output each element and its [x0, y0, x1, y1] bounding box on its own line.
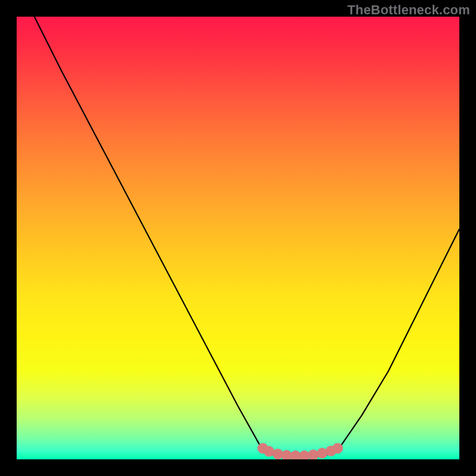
watermark-label: TheBottleneck.com	[347, 2, 470, 18]
plot-area	[17, 17, 459, 459]
curve-right-branch	[337, 229, 459, 450]
valley-marker	[332, 443, 343, 453]
curve-left-branch	[35, 17, 263, 450]
valley-markers	[258, 443, 343, 459]
curve-layer	[17, 17, 459, 459]
chart-frame: TheBottleneck.com	[0, 0, 476, 476]
